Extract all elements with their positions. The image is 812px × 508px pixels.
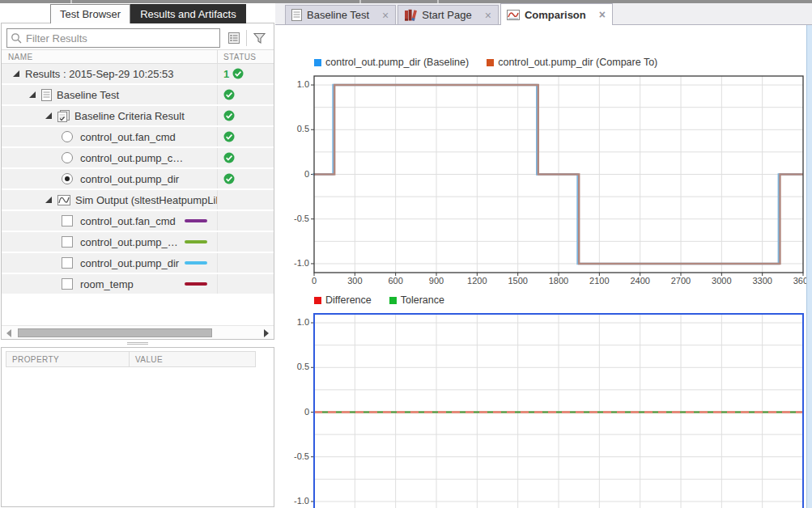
tab-label: Baseline Test [307, 9, 369, 21]
signal-checkbox[interactable] [62, 278, 73, 290]
chart-plot-area[interactable] [314, 76, 803, 273]
tree-row[interactable]: control_out.pump_… [2, 232, 274, 252]
tree-row-name-cell: Baseline Test [2, 85, 217, 104]
tree-row-name-cell: control_out.pump_… [2, 232, 217, 252]
tree-row-label: control_out.pump_… [80, 236, 178, 248]
report-button[interactable] [223, 28, 244, 48]
signal-checkbox[interactable] [62, 215, 73, 226]
x-axis-tick-label: 900 [417, 276, 456, 286]
tree-row-status-cell [217, 232, 274, 252]
x-axis-tick-label: 3000 [702, 276, 741, 286]
funnel-filter-icon [253, 32, 266, 44]
tree-row-name-cell: control_out.pump_dir [2, 169, 217, 188]
signal-color-swatch [185, 240, 207, 243]
tab-close-icon[interactable]: × [599, 8, 606, 21]
tree-row-status-cell [217, 148, 274, 167]
legend-swatch [314, 297, 321, 304]
legend-label: control_out.pump_dir (Compare To) [498, 57, 657, 68]
x-axis-tick-label: 300 [335, 276, 374, 286]
tree-row-status-cell [217, 253, 274, 273]
legend-entry: Tolerance [389, 294, 444, 306]
expander-icon[interactable] [13, 70, 19, 77]
tree-row[interactable]: control_out.fan_cmd [2, 211, 274, 231]
signal-color-swatch [185, 282, 207, 286]
scroll-left-arrow[interactable] [6, 329, 11, 337]
tree-row[interactable]: Results : 2015-Sep-29 10:25:531 [2, 64, 274, 83]
status-column-header: STATUS [217, 50, 274, 63]
tree-row-status-cell [217, 211, 274, 231]
expander-icon[interactable] [45, 197, 52, 203]
y-axis-tick-label: 0 [278, 407, 309, 417]
scrollbar-thumb[interactable] [18, 328, 212, 337]
toolbar-divider [246, 30, 247, 46]
filter-toolbar [2, 23, 274, 49]
tree-row[interactable]: control_out.fan_cmd [2, 127, 274, 146]
chart-legend: DifferenceTolerance [314, 294, 444, 306]
tree-row-label: control_out.pump_c… [80, 152, 183, 164]
tree-row[interactable]: control_out.pump_c… [2, 148, 274, 167]
tree-row-label: Results : 2015-Sep-29 10:25:53 [25, 68, 174, 80]
legend-label: Difference [325, 294, 372, 306]
y-axis-tick-label: 0.5 [278, 362, 309, 371]
comparison-chart-icon [507, 10, 520, 20]
pass-count: 1 [223, 68, 229, 80]
tree-row[interactable]: Baseline Criteria Result [2, 106, 274, 125]
tree-row-label: control_out.pump_dir [80, 173, 179, 185]
status-pass-icon [232, 68, 244, 79]
legend-swatch [487, 59, 494, 66]
tree-row[interactable]: Baseline Test [2, 85, 274, 104]
radio-button[interactable] [62, 152, 73, 163]
document-pane: Baseline Test×Start Page×Comparison× con… [275, 3, 812, 508]
tab-close-icon[interactable]: × [382, 9, 389, 22]
search-icon [11, 32, 23, 44]
tab-results-and-artifacts[interactable]: Results and Artifacts [130, 4, 246, 23]
signal-checkbox[interactable] [62, 257, 73, 269]
x-axis-tick-label: 2400 [621, 276, 660, 286]
tab-label: Comparison [525, 9, 586, 21]
tree-row-name-cell: control_out.fan_cmd [2, 211, 217, 231]
filter-results-input[interactable] [26, 32, 216, 44]
radio-button[interactable] [62, 173, 73, 184]
legend-label: Tolerance [401, 294, 444, 306]
tree-row-name-cell: control_out.fan_cmd [2, 127, 217, 146]
horizontal-scrollbar[interactable] [2, 325, 274, 339]
x-axis-tick-label: 0 [295, 276, 334, 286]
tree-row-label: control_out.fan_cmd [80, 131, 176, 143]
property-panel: PROPERTY VALUE [1, 347, 274, 507]
expander-icon[interactable] [29, 91, 36, 98]
tree-row[interactable]: room_temp [2, 274, 274, 294]
tree-row[interactable]: Sim Output (sltestHeatpumpLibr [2, 190, 274, 210]
tree-row[interactable]: control_out.pump_dir [2, 169, 274, 188]
tab-close-icon[interactable]: × [485, 9, 491, 22]
tab-test-browser[interactable]: Test Browser [50, 4, 130, 23]
scroll-right-arrow[interactable] [264, 329, 269, 337]
y-axis-tick-label: 0 [278, 169, 309, 179]
simulink-test-manager-window: Test BrowserResults and Artifacts [0, 0, 812, 508]
signal-color-swatch [185, 219, 207, 222]
tree-row-status-cell [217, 127, 274, 146]
filter-results-box[interactable] [6, 28, 220, 48]
results-tree-panel: NAME STATUS Results : 2015-Sep-29 10:25:… [1, 23, 274, 340]
criteria-icon [57, 110, 70, 122]
tree-row-status-cell [217, 85, 274, 104]
tree-row-label: control_out.pump_dir [80, 257, 179, 269]
x-axis-tick-label: 600 [376, 276, 415, 286]
tab-comparison[interactable]: Comparison× [500, 3, 613, 25]
legend-entry: control_out.pump_dir (Compare To) [487, 57, 657, 68]
expander-icon[interactable] [45, 112, 52, 119]
results-explorer-pane: Test BrowserResults and Artifacts [0, 3, 275, 508]
vertical-scrollbar[interactable] [806, 25, 812, 508]
tree-row[interactable]: control_out.pump_dir [2, 253, 274, 273]
tab-baseline-test[interactable]: Baseline Test× [285, 5, 396, 24]
filter-button[interactable] [249, 28, 270, 48]
radio-button[interactable] [62, 131, 73, 142]
tab-start-page[interactable]: Start Page× [397, 5, 499, 24]
left-tab-strip: Test BrowserResults and Artifacts [50, 4, 246, 23]
pane-splitter[interactable] [0, 340, 275, 347]
tree-column-header: NAME STATUS [2, 49, 274, 64]
y-axis-tick-label: -0.5 [278, 451, 309, 461]
signal-color-swatch [185, 261, 207, 265]
signal-checkbox[interactable] [62, 236, 73, 248]
status-pass-icon [223, 110, 235, 121]
chart-plot-area[interactable] [314, 314, 803, 508]
